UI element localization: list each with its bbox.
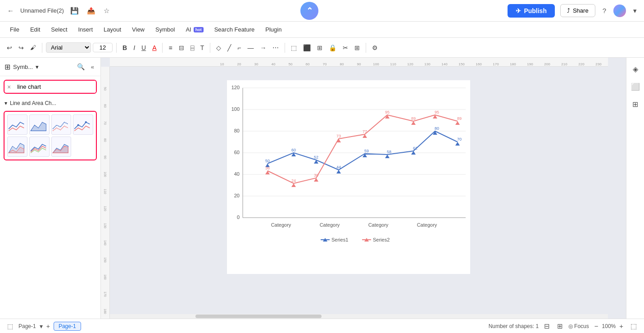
- category-label: Line and Area Ch...: [10, 100, 56, 106]
- menu-file[interactable]: File: [5, 24, 24, 35]
- chart-thumb-3[interactable]: [51, 114, 72, 135]
- line-type-button[interactable]: ⋯: [270, 42, 281, 53]
- thumb-svg-7: [52, 137, 71, 156]
- component-button[interactable]: ⊞: [555, 320, 565, 332]
- add-page-button[interactable]: +: [46, 323, 50, 330]
- s1-lbl-6: 58: [387, 150, 391, 154]
- fit-page-button[interactable]: ⬚: [629, 320, 639, 332]
- more-tools[interactable]: ⚙: [370, 42, 380, 53]
- back-button[interactable]: ←: [5, 5, 16, 16]
- underline-button[interactable]: U: [139, 42, 148, 53]
- zoom-in-button[interactable]: +: [617, 320, 625, 332]
- s1-lbl-5: 59: [364, 149, 369, 153]
- series1-point-9: [455, 142, 460, 146]
- menu-symbol[interactable]: Symbol: [151, 24, 179, 35]
- italic-button[interactable]: I: [131, 42, 137, 53]
- format-panel-button[interactable]: ◈: [630, 62, 641, 76]
- search-panel-button[interactable]: 🔍: [75, 61, 86, 72]
- line-style-button[interactable]: —: [245, 42, 256, 53]
- search-input[interactable]: [14, 81, 96, 93]
- connector-button[interactable]: ⌐: [235, 42, 243, 53]
- publish-icon: ✈: [516, 7, 521, 14]
- search-submit-button[interactable]: 🔍: [96, 81, 97, 92]
- export-button[interactable]: 📤: [85, 5, 97, 17]
- table-button[interactable]: ⊞: [352, 42, 362, 53]
- y-label-60: 60: [234, 150, 240, 155]
- thumb-svg-4: [73, 115, 93, 134]
- shapes-count: Number of shapes: 1: [489, 323, 539, 329]
- line-button[interactable]: ╱: [225, 42, 233, 53]
- menu-layout[interactable]: Layout: [99, 24, 126, 35]
- page-layout-button[interactable]: ⬚: [5, 321, 15, 332]
- shadow-button[interactable]: ⬛: [301, 42, 313, 53]
- s1-lbl-7: 62: [413, 146, 417, 151]
- chart-thumb-4[interactable]: [73, 114, 93, 135]
- chart-thumb-7[interactable]: [51, 137, 72, 157]
- save-button[interactable]: 💾: [68, 5, 81, 17]
- toolbar-sep-3: [162, 43, 163, 53]
- main-area: ⊞ Symb... ▾ 🔍 « × 🔍 ▾ Line and Area Ch..…: [0, 58, 644, 333]
- menu-ai[interactable]: AI hot: [181, 24, 208, 35]
- bottom-right: Number of shapes: 1 ⊟ ⊞ ◎ Focus − 100% +…: [489, 320, 639, 332]
- y-label-20: 20: [234, 193, 240, 198]
- layers-button[interactable]: ⊟: [542, 320, 552, 332]
- collapse-panel-button[interactable]: «: [89, 62, 96, 72]
- category-collapse-icon: ▾: [5, 100, 7, 106]
- text-spacing-button[interactable]: ⌸: [188, 42, 196, 53]
- bottom-bar: ⬚ Page-1 ▾ + Page-1 Number of shapes: 1 …: [0, 319, 644, 333]
- chart-thumb-6[interactable]: [29, 137, 50, 157]
- share-button[interactable]: ⤴ Share: [560, 4, 595, 17]
- ruler-mark: 10: [213, 62, 231, 66]
- text-style-button[interactable]: T: [198, 42, 207, 53]
- font-family-select[interactable]: Arial: [46, 42, 91, 53]
- star-button[interactable]: ☆: [102, 5, 111, 17]
- canvas-area[interactable]: 120 100 80 60 40 20 0: [110, 67, 608, 314]
- search-clear-button[interactable]: ×: [5, 81, 14, 93]
- line-end-button[interactable]: →: [258, 42, 268, 53]
- text-valign-button[interactable]: ⊟: [177, 42, 186, 53]
- h-scrollbar[interactable]: [110, 314, 608, 319]
- y-label-120: 120: [231, 85, 240, 90]
- focus-button[interactable]: ◎ Focus: [568, 323, 589, 329]
- chart-thumb-2[interactable]: [29, 114, 50, 135]
- x-label-1: Category: [271, 222, 291, 228]
- font-color-button[interactable]: A: [150, 42, 159, 53]
- text-align-button[interactable]: ≡: [166, 42, 174, 53]
- h-scroll-thumb[interactable]: [195, 315, 322, 318]
- undo-button[interactable]: ↩: [5, 42, 14, 53]
- page-tab-active[interactable]: Page-1: [54, 322, 81, 331]
- page-dropdown-button[interactable]: ▾: [40, 323, 43, 330]
- chart-thumb-1[interactable]: [7, 114, 27, 135]
- menu-view[interactable]: View: [127, 24, 149, 35]
- menu-plugin[interactable]: Plugin: [261, 24, 286, 35]
- menu-select[interactable]: Select: [46, 24, 72, 35]
- zoom-out-button[interactable]: −: [593, 320, 600, 332]
- font-size-input[interactable]: [93, 43, 113, 52]
- ruler-marks: 10 20 30 40 50 60 70 80 90 100 110 120 1…: [110, 62, 608, 66]
- unlock-button[interactable]: ✂: [340, 42, 350, 53]
- format-paint-button[interactable]: 🖌: [28, 42, 38, 53]
- s2-lbl-4: 73: [336, 134, 341, 138]
- ruler-vertical: 50 60 70 80 90 100 110 120 130 140 150 1…: [101, 67, 110, 319]
- focus-circle-icon: ◎: [568, 323, 573, 329]
- category-header[interactable]: ▾ Line and Area Ch...: [0, 97, 100, 109]
- menu-edit[interactable]: Edit: [26, 24, 45, 35]
- menu-insert[interactable]: Insert: [74, 24, 98, 35]
- symbols-panel-button[interactable]: ⊞: [630, 97, 641, 111]
- publish-button[interactable]: ✈ Publish: [508, 4, 555, 18]
- top-bar-right: ✈ Publish ⤴ Share ? ▾: [508, 4, 639, 18]
- share-icon: ⤴: [567, 7, 570, 14]
- toolbar-sep-2: [116, 43, 117, 53]
- shape-button[interactable]: ◇: [214, 42, 223, 53]
- redo-button[interactable]: ↪: [16, 42, 26, 53]
- crop-button[interactable]: ⊞: [315, 42, 325, 53]
- bold-button[interactable]: B: [120, 42, 129, 53]
- help-button[interactable]: ?: [601, 5, 608, 16]
- menu-search-feature[interactable]: Search Feature: [210, 24, 259, 35]
- chart-thumb-5[interactable]: [7, 137, 27, 157]
- account-chevron[interactable]: ▾: [631, 5, 639, 17]
- panel-chevron: ▾: [36, 64, 39, 70]
- container-button[interactable]: ⬚: [289, 42, 299, 53]
- pages-panel-button[interactable]: ⬜: [628, 80, 643, 94]
- lock-button[interactable]: 🔒: [327, 42, 339, 53]
